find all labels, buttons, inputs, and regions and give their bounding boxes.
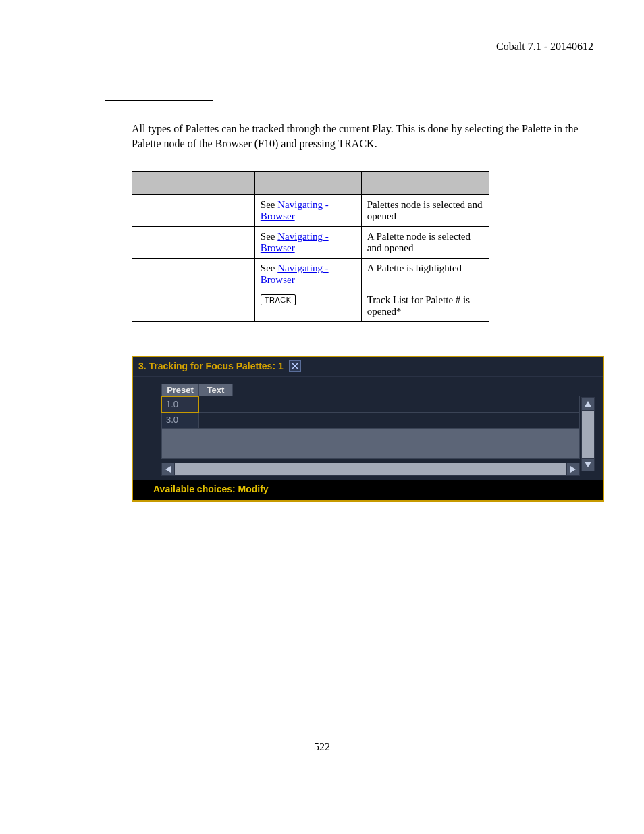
cell-console: See Navigating - Browser — [254, 259, 361, 290]
grid-cell-preset[interactable]: 1.0 — [161, 396, 199, 413]
close-button[interactable] — [289, 360, 301, 372]
cell-console: See Navigating - Browser — [254, 227, 361, 259]
cell-action — [132, 227, 255, 259]
horizontal-scroll-track[interactable] — [175, 463, 566, 476]
grid-cell-text[interactable] — [199, 396, 580, 413]
table-row: See Navigating - Browser Palettes node i… — [132, 195, 489, 227]
chevron-up-icon — [584, 400, 592, 408]
grid-cell-text[interactable] — [199, 413, 580, 429]
tracking-panel: 3. Tracking for Focus Palettes: 1 Preset… — [132, 356, 604, 502]
table-row: TRACK Track List for Palette # is opened… — [132, 290, 489, 322]
table-header-row — [132, 172, 489, 195]
panel-footer: Available choices: Modify — [133, 480, 603, 500]
panel-footer-text: Available choices: Modify — [153, 484, 269, 494]
grid-cell-preset[interactable]: 3.0 — [161, 413, 199, 429]
vertical-scroll-track[interactable] — [581, 411, 595, 458]
table-header-console — [254, 172, 361, 195]
close-icon — [292, 363, 298, 369]
panel-title: 3. Tracking for Focus Palettes: 1 — [138, 361, 284, 371]
scroll-up-button[interactable] — [581, 397, 595, 411]
vertical-scrollbar[interactable] — [581, 397, 595, 471]
cell-action — [132, 259, 255, 290]
svg-marker-4 — [165, 466, 171, 473]
table-header-action — [132, 172, 255, 195]
cell-console: See Navigating - Browser — [254, 195, 361, 227]
chevron-right-icon — [569, 465, 577, 473]
grid-header-text[interactable]: Text — [199, 384, 233, 396]
page-header: Cobalt 7.1 - 20140612 — [51, 41, 593, 53]
track-keycap: TRACK — [261, 294, 296, 305]
section-divider — [105, 100, 213, 101]
panel-body: Preset Text 1.0 3.0 — [133, 377, 603, 480]
svg-marker-2 — [585, 401, 591, 407]
panel-titlebar: 3. Tracking for Focus Palettes: 1 — [133, 357, 603, 377]
cell-feedback: A Palette is highlighted — [361, 259, 489, 290]
grid-row[interactable]: 3.0 — [161, 413, 580, 429]
svg-marker-3 — [585, 462, 591, 467]
grid-empty-area — [161, 429, 580, 459]
scroll-left-button[interactable] — [161, 463, 175, 476]
see-prefix: See — [261, 263, 277, 273]
grid-header-row: Preset Text — [161, 384, 595, 396]
chevron-left-icon — [164, 465, 172, 473]
chevron-down-icon — [584, 461, 592, 469]
see-prefix: See — [261, 199, 277, 210]
cell-action — [132, 195, 255, 227]
see-prefix: See — [261, 231, 277, 242]
grid-data-area: 1.0 3.0 — [161, 396, 580, 429]
scroll-down-button[interactable] — [581, 458, 595, 471]
table-row: See Navigating - Browser A Palette is hi… — [132, 259, 489, 290]
grid-row[interactable]: 1.0 — [161, 396, 580, 413]
cell-feedback: Palettes node is selected and opened — [361, 195, 489, 227]
intro-paragraph: All types of Palettes can be tracked thr… — [132, 122, 593, 151]
cell-feedback: A Palette node is selected and opened — [361, 227, 489, 259]
svg-marker-5 — [570, 466, 576, 473]
table-row: See Navigating - Browser A Palette node … — [132, 227, 489, 259]
cell-action — [132, 290, 255, 322]
horizontal-scrollbar[interactable] — [161, 463, 580, 476]
table-header-feedback — [361, 172, 489, 195]
instruction-table: See Navigating - Browser Palettes node i… — [132, 171, 489, 322]
cell-feedback: Track List for Palette # is opened* — [361, 290, 489, 322]
cell-console: TRACK — [254, 290, 361, 322]
grid-header-preset[interactable]: Preset — [161, 384, 199, 396]
scroll-right-button[interactable] — [566, 463, 580, 476]
page-number: 522 — [0, 741, 644, 753]
